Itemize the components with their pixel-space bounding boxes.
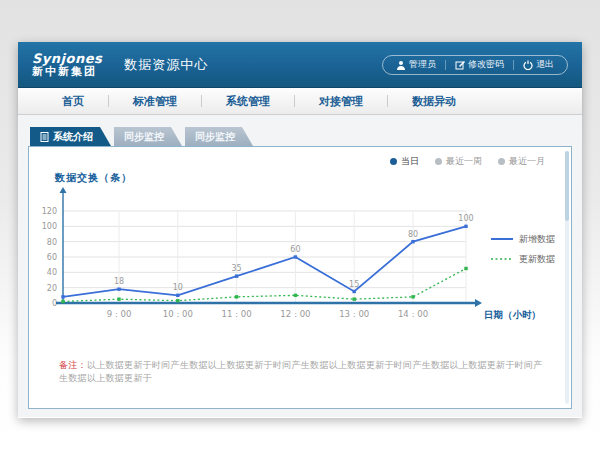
panel-scrollbar[interactable]	[565, 151, 569, 404]
svg-text:12：00: 12：00	[280, 309, 310, 319]
svg-text:20: 20	[47, 284, 57, 293]
tab-bar: 系统介绍 同步监控 同步监控	[30, 127, 253, 146]
user-toolbar: 管理员 修改密码 退出	[382, 55, 568, 75]
power-icon	[523, 60, 533, 70]
svg-text:日期（小时）: 日期（小时）	[484, 309, 541, 321]
filter-label: 当日	[401, 155, 419, 168]
change-password-label: 修改密码	[468, 58, 504, 71]
svg-text:13：00: 13：00	[339, 309, 369, 319]
nav-item-home[interactable]: 首页	[38, 94, 108, 109]
chart-panel: 当日 最近一周 最近一月 数据交换（条） 0204060801001209：00…	[28, 146, 572, 409]
svg-text:100: 100	[42, 222, 57, 231]
tab-label: 系统介绍	[53, 127, 93, 146]
radio-dot-icon	[390, 158, 397, 165]
svg-text:80: 80	[408, 230, 418, 239]
filter-today[interactable]: 当日	[390, 155, 419, 168]
edit-icon	[455, 60, 465, 70]
svg-text:120: 120	[42, 207, 57, 216]
nav-item-data-change[interactable]: 数据异动	[388, 94, 480, 109]
range-filter-group: 当日 最近一周 最近一月	[390, 155, 545, 168]
nav-item-system-mgmt[interactable]: 系统管理	[202, 94, 294, 109]
main-nav: 首页 标准管理 系统管理 对接管理 数据异动	[18, 88, 582, 115]
scrollbar-thumb[interactable]	[565, 151, 569, 221]
radio-dot-icon	[435, 158, 442, 165]
tab-system-intro[interactable]: 系统介绍	[30, 127, 111, 146]
svg-text:更新数据: 更新数据	[519, 254, 555, 264]
logo-cn-text: 新中新集团	[32, 66, 102, 78]
logo-brand-text: Synjones	[32, 52, 102, 66]
svg-text:100: 100	[458, 214, 473, 223]
logout-label: 退出	[536, 58, 554, 71]
svg-text:40: 40	[47, 268, 57, 277]
nav-item-standard-mgmt[interactable]: 标准管理	[109, 94, 201, 109]
footnote-text: 以上数据更新于时间产生数据以上数据更新于时间产生数据以上数据更新于时间产生数据以…	[59, 360, 543, 383]
current-user-button[interactable]: 管理员	[387, 58, 445, 71]
app-header: Synjones 新中新集团 数据资源中心 管理员 修改密码 退出	[18, 42, 582, 88]
tab-label: 同步监控	[195, 127, 235, 146]
svg-text:60: 60	[290, 245, 300, 254]
current-user-label: 管理员	[409, 58, 436, 71]
svg-text:11：00: 11：00	[222, 309, 252, 319]
tab-sync-monitor-2[interactable]: 同步监控	[185, 127, 253, 146]
svg-text:18: 18	[114, 277, 124, 286]
content-area: 系统介绍 同步监控 同步监控 当日 最近一周	[18, 115, 582, 417]
page-title: 数据资源中心	[124, 56, 208, 74]
company-logo: Synjones 新中新集团	[32, 52, 102, 77]
change-password-button[interactable]: 修改密码	[446, 58, 513, 71]
y-axis-title: 数据交换（条）	[55, 171, 132, 185]
filter-last-month[interactable]: 最近一月	[498, 155, 545, 168]
svg-text:80: 80	[47, 238, 57, 247]
tab-sync-monitor-1[interactable]: 同步监控	[114, 127, 182, 146]
radio-dot-icon	[498, 158, 505, 165]
svg-text:10：00: 10：00	[163, 309, 193, 319]
tab-label: 同步监控	[124, 127, 164, 146]
filter-label: 最近一月	[509, 155, 545, 168]
footnote-prefix: 备注：	[59, 360, 87, 370]
nav-item-interface-mgmt[interactable]: 对接管理	[295, 94, 387, 109]
footnote: 备注：以上数据更新于时间产生数据以上数据更新于时间产生数据以上数据更新于时间产生…	[59, 359, 551, 385]
svg-text:60: 60	[47, 253, 57, 262]
document-icon	[40, 132, 49, 142]
filter-last-week[interactable]: 最近一周	[435, 155, 482, 168]
svg-text:10: 10	[173, 283, 183, 292]
app-window: Synjones 新中新集团 数据资源中心 管理员 修改密码 退出 首页 标准管…	[18, 42, 582, 418]
svg-text:9：00: 9：00	[107, 309, 132, 319]
svg-text:新增数据: 新增数据	[519, 234, 555, 244]
filter-label: 最近一周	[446, 155, 482, 168]
user-icon	[396, 60, 406, 70]
line-chart: 0204060801001209：0010：0011：0012：0013：001…	[29, 187, 571, 347]
svg-text:35: 35	[232, 264, 242, 273]
svg-text:15: 15	[349, 280, 359, 289]
logout-button[interactable]: 退出	[514, 58, 563, 71]
svg-text:14：00: 14：00	[398, 309, 428, 319]
